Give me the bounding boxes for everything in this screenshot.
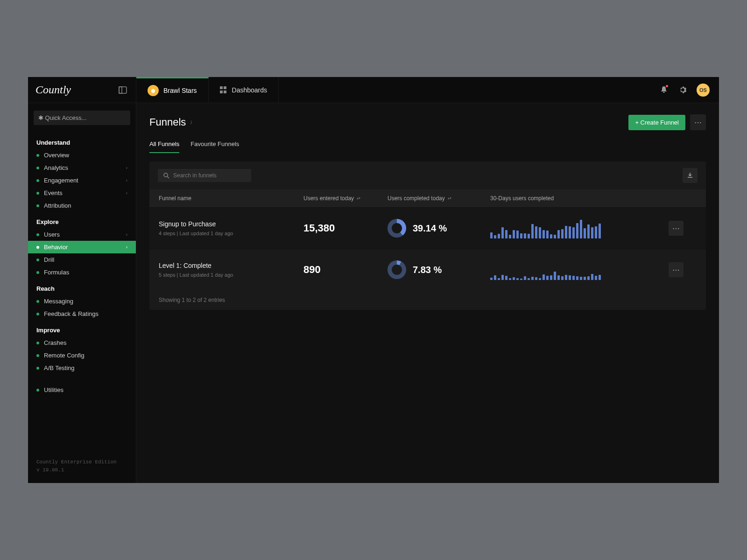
col-users-completed[interactable]: Users completed today▴▾ [388,195,490,202]
nav-dot-icon [36,192,39,195]
search-container [158,169,251,182]
sidebar-item-messaging[interactable]: Messaging [28,295,136,308]
nav-section-title: Explore [28,212,136,228]
tab-dashboards-label: Dashboards [232,86,268,94]
chevron-right-icon: › [126,245,127,250]
users-completed-cell: 7.83 % [388,260,490,279]
panel-footer: Showing 1 to 2 of 2 entries [149,290,706,310]
sidebar-item-behavior[interactable]: Behavior› [28,241,136,253]
sidebar-item-a-b-testing[interactable]: A/B Testing [28,362,136,374]
nav-item-label: Crashes [44,339,66,346]
search-input[interactable] [173,172,246,179]
users-entered-value: 890 [303,264,388,276]
topbar: ☻ Brawl Stars Dashboards OS [136,77,719,103]
users-entered-value: 15,380 [303,222,388,234]
dashboard-icon [220,86,227,94]
completion-donut-chart [388,219,406,238]
svg-line-3 [167,176,169,178]
page-title: Funnels [149,116,186,128]
nav-item-label: Engagement [44,177,78,184]
nav-section-title: Improve [28,320,136,336]
quick-access-button[interactable]: ✱ Quick Access... [34,111,130,125]
search-icon [163,173,169,179]
chevron-right-icon: › [126,178,127,183]
sidebar-item-formulas[interactable]: Formulas [28,266,136,279]
create-funnel-button[interactable]: + Create Funnel [628,115,685,130]
tab-app[interactable]: ☻ Brawl Stars [136,77,209,103]
panel-toolbar [149,161,706,189]
svg-point-2 [164,173,168,177]
col-users-entered[interactable]: Users entered today▴▾ [303,195,388,202]
header-actions: + Create Funnel ⋯ [628,114,706,130]
gear-icon [679,86,687,94]
sidebar-item-feedback-ratings[interactable]: Feedback & Ratings [28,308,136,320]
app-icon: ☻ [148,85,159,96]
funnel-meta: 5 steps | Last updated 1 day ago [159,272,303,278]
nav-dot-icon [36,233,39,236]
chevron-right-icon: › [126,190,127,196]
col-30-days[interactable]: 30-Days users completed [490,195,669,202]
table-row[interactable]: Level 1: Complete5 steps | Last updated … [149,249,706,290]
tab-all-funnels[interactable]: All Funnels [149,136,179,153]
download-icon [687,172,693,179]
settings-button[interactable] [678,85,687,95]
sidebar-item-utilities[interactable]: Utilities [28,384,136,396]
tab-dashboards[interactable]: Dashboards [209,77,279,103]
sidebar-item-drill[interactable]: Drill [28,253,136,266]
table-body: Signup to Purchase4 steps | Last updated… [149,207,706,290]
sidebar-nav: UnderstandOverviewAnalytics›Engagement›E… [28,129,136,451]
nav-item-label: Formulas [44,269,69,276]
nav-section-title: Reach [28,279,136,295]
nav-item-label: Utilities [44,386,63,393]
sidebar-item-analytics[interactable]: Analytics› [28,161,136,174]
row-more-button[interactable]: ⋯ [669,262,684,277]
svg-rect-1 [119,87,122,93]
sparkline-chart [490,218,669,238]
table-header: Funnel name Users entered today▴▾ Users … [149,189,706,207]
nav-dot-icon [36,179,39,182]
sidebar-item-users[interactable]: Users› [28,228,136,241]
row-more-button[interactable]: ⋯ [669,221,684,236]
header-more-button[interactable]: ⋯ [690,114,706,130]
sidebar-collapse-button[interactable] [117,84,128,96]
sidebar: Countly ✱ Quick Access... UnderstandOver… [28,77,136,483]
app-window: Countly ✱ Quick Access... UnderstandOver… [28,77,719,483]
funnel-name: Level 1: Complete [159,262,303,269]
sort-icon: ▴▾ [448,196,451,200]
sidebar-item-events[interactable]: Events› [28,187,136,199]
tab-favourite-funnels[interactable]: Favourite Funnels [190,136,239,153]
notifications-button[interactable] [659,85,669,95]
sidebar-item-attribution[interactable]: Attribution [28,199,136,212]
nav-item-label: Remote Config [44,352,85,359]
sidebar-item-engagement[interactable]: Engagement› [28,174,136,187]
nav-dot-icon [36,271,39,274]
sidebar-item-overview[interactable]: Overview [28,149,136,161]
funnels-panel: Funnel name Users entered today▴▾ Users … [149,161,706,310]
nav-item-label: Behavior [44,244,68,251]
download-button[interactable] [683,168,698,183]
sidebar-item-remote-config[interactable]: Remote Config [28,349,136,362]
completion-percent: 39.14 % [413,223,447,234]
tab-app-label: Brawl Stars [163,87,197,94]
sidebar-item-crashes[interactable]: Crashes [28,336,136,349]
nav-item-label: Events [44,189,63,196]
bell-icon [660,86,668,94]
table-row[interactable]: Signup to Purchase4 steps | Last updated… [149,207,706,249]
chevron-right-icon: › [126,165,127,170]
page-tabs: All Funnels Favourite Funnels [149,136,706,153]
avatar[interactable]: OS [697,84,710,97]
nav-dot-icon [36,167,39,169]
nav-item-label: Analytics [44,164,68,171]
nav-dot-icon [36,154,39,157]
nav-dot-icon [36,367,39,370]
sort-icon: ▴▾ [357,196,360,200]
nav-dot-icon [36,342,39,344]
col-funnel-name[interactable]: Funnel name [159,195,303,202]
nav-section-title: Understand [28,133,136,149]
topbar-right: OS [659,84,719,97]
brand-logo: Countly [35,84,71,96]
nav-dot-icon [36,259,39,261]
main-area: ☻ Brawl Stars Dashboards OS Funnels [136,77,719,483]
info-icon[interactable]: i [190,119,191,125]
completion-donut-chart [388,260,406,279]
